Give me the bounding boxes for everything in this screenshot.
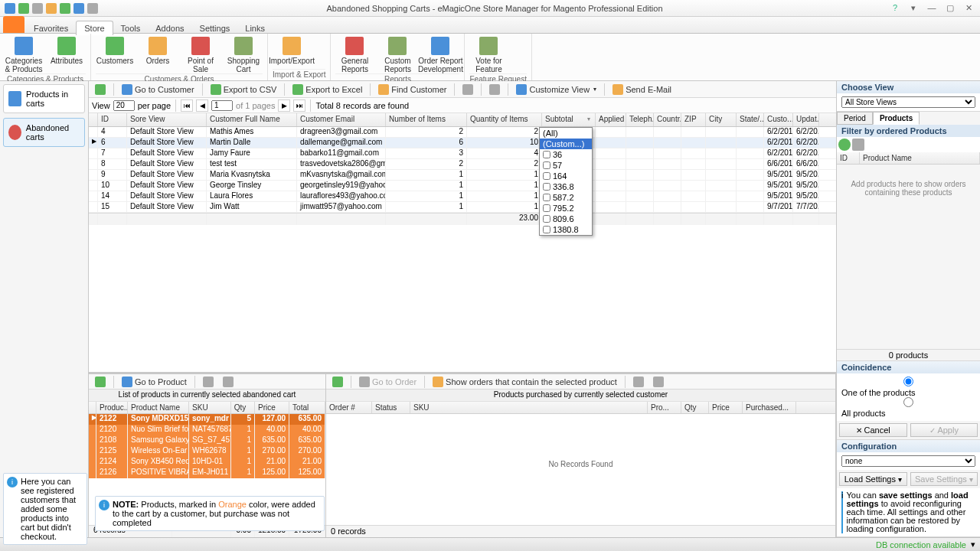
col-header[interactable]: Countr... [654, 113, 681, 126]
ribbon-categories-products[interactable]: Categories & Products [5, 35, 43, 73]
add-icon[interactable] [838, 139, 851, 151]
col-header[interactable]: Updat... [793, 113, 819, 126]
refresh-products-button[interactable] [92, 376, 109, 388]
ribbon-import-export[interactable]: Import/Export [273, 35, 311, 69]
col-header[interactable]: ID [98, 113, 127, 126]
table-row[interactable]: ▶2122Sony MDRXD150Bsony_mdr5127.00635.00 [89, 414, 325, 425]
tab-products[interactable]: Products [873, 112, 920, 125]
send-email-button[interactable]: Send E-Mail [609, 83, 675, 96]
col-header[interactable]: Sore View [127, 113, 207, 126]
table-row[interactable]: 10Default Store ViewGeorge Tinsleygeorge… [89, 181, 836, 191]
col-product-name[interactable]: Product Name [860, 152, 980, 164]
col-header[interactable]: Teleph... [626, 113, 654, 126]
col-header[interactable]: Customer Email [297, 113, 386, 126]
col-header[interactable]: Qty [231, 402, 255, 413]
first-page-button[interactable]: ⏮ [181, 99, 193, 112]
col-header[interactable]: Order # [326, 402, 372, 413]
col-header[interactable]: Status [372, 402, 410, 413]
show-orders-button[interactable]: Show orders that contain the selected pr… [430, 376, 620, 388]
filter-item[interactable]: 36 [540, 149, 592, 160]
ribbon-toggle-icon[interactable]: ▾ [905, 2, 922, 15]
next-page-button[interactable]: ▶ [278, 99, 290, 112]
col-header[interactable]: Produc... [96, 402, 128, 413]
table-row[interactable]: 7Default Store ViewJamy Faurebabarko11@g… [89, 148, 836, 159]
filter-icon[interactable]: ▾ [587, 116, 593, 122]
filter-item[interactable]: 809.6 [540, 214, 592, 224]
col-header[interactable]: Quantity of Items [467, 113, 542, 126]
refresh-button[interactable] [92, 83, 109, 96]
col-header[interactable]: Price [255, 402, 289, 413]
last-page-button[interactable]: ⏭ [293, 99, 305, 112]
maximize-button[interactable]: ▢ [942, 2, 959, 15]
col-header[interactable]: SKU [410, 402, 648, 413]
qat-icon[interactable] [18, 3, 29, 14]
table-row[interactable]: 4Default Store ViewMathis Amesdragreen3@… [89, 127, 836, 138]
table-row[interactable]: 2108Samsung Galaxy S7SG_S7_457851635.006… [89, 435, 325, 446]
page-input[interactable] [211, 100, 233, 111]
ribbon-point-of-sale[interactable]: Point of Sale [181, 35, 220, 73]
qat-icon[interactable] [46, 3, 57, 14]
ribbon-custom-reports[interactable]: Custom Reports [378, 35, 416, 73]
col-header[interactable]: Custo... [764, 113, 793, 126]
col-header[interactable]: Subtotal▾ [542, 113, 596, 126]
col-header[interactable]: Pro... [648, 402, 681, 413]
col-header[interactable]: State/... [737, 113, 764, 126]
col-header[interactable]: Number of Items [386, 113, 467, 126]
filter-item[interactable]: (Custom...) [540, 139, 592, 149]
table-row[interactable]: 2126POSITIVE VIBRATIO...EM-JH0111125.001… [89, 468, 325, 478]
close-button[interactable]: ✕ [960, 2, 977, 15]
table-row[interactable]: 2120Nuo Slim Brief for Ap...NAT457687991… [89, 425, 325, 435]
export-excel-button[interactable]: Export to Excel [289, 83, 365, 96]
minimize-button[interactable]: — [923, 2, 940, 15]
col-id[interactable]: ID [837, 152, 860, 164]
columns-button[interactable] [459, 83, 476, 96]
load-settings-button[interactable]: Load Settings ▾ [839, 472, 907, 486]
layout-button[interactable] [486, 83, 503, 96]
chevron-down-icon[interactable]: ▾ [971, 540, 975, 549]
table-row[interactable]: 9Default Store ViewMaria KvasnytskamKvas… [89, 170, 836, 181]
columns-button[interactable] [200, 376, 217, 388]
qat-icon[interactable] [5, 3, 15, 14]
col-header[interactable]: SKU [189, 402, 231, 413]
filter-item[interactable]: (All) [540, 128, 592, 139]
qat-icon[interactable] [74, 3, 84, 14]
find-customer-button[interactable]: Find Customer [375, 83, 449, 96]
columns-button[interactable] [630, 376, 647, 388]
tab-period[interactable]: Period [837, 112, 873, 125]
prev-page-button[interactable]: ◀ [196, 99, 208, 112]
col-header[interactable]: Total [289, 402, 325, 413]
store-view-select[interactable]: All Store Views [841, 96, 975, 108]
layout-button[interactable] [650, 376, 667, 388]
app-menu-button[interactable] [3, 16, 24, 33]
table-row[interactable]: 15Default Store ViewJim Wattjimwatt957@y… [89, 202, 836, 213]
help-icon[interactable]: ? [887, 2, 903, 15]
go-to-customer-button[interactable]: Go to Customer [119, 83, 198, 96]
qat-icon[interactable] [87, 3, 98, 14]
ribbon-vote-for-feature[interactable]: Vote for Feature [469, 35, 508, 73]
config-select[interactable]: none [841, 455, 975, 467]
cancel-button[interactable]: ✕ Cancel [839, 423, 907, 437]
col-header[interactable]: City [706, 113, 737, 126]
ribbon-attributes[interactable]: Attributes [47, 35, 86, 73]
table-row[interactable]: 2124Sony XB450 Red10HD-01121.0021.00 [89, 457, 325, 468]
table-row[interactable]: ▶6Default Store ViewMartin Dalledalleman… [89, 138, 836, 148]
ribbon-customers[interactable]: Customers [96, 35, 134, 73]
col-header[interactable]: Applied ... [596, 113, 626, 126]
filter-item[interactable]: 57 [540, 160, 592, 171]
layout-button[interactable] [220, 376, 237, 388]
table-row[interactable]: 2125Wireless On-Ear Hea...WH626781270.00… [89, 446, 325, 457]
table-row[interactable]: 8Default Store Viewtest testtrasvedovets… [89, 159, 836, 170]
subtotal-filter-dropdown[interactable]: (All)(Custom...)3657164336.8587.2795.280… [539, 127, 593, 236]
qat-icon[interactable] [60, 3, 70, 14]
opt-one-product[interactable]: One of the products [841, 379, 975, 397]
filter-item[interactable]: 336.8 [540, 181, 592, 192]
export-csv-button[interactable]: Export to CSV [207, 83, 280, 96]
col-header[interactable]: ZIP [681, 113, 706, 126]
filter-item[interactable]: 164 [540, 171, 592, 181]
ribbon-shopping-cart[interactable]: Shopping Cart [224, 35, 263, 73]
ribbon-general-reports[interactable]: General Reports [335, 35, 374, 73]
opt-all-products[interactable]: All products [841, 399, 975, 418]
col-header[interactable]: Purchased... [743, 402, 796, 413]
qat-icon[interactable] [32, 3, 43, 14]
col-header[interactable]: Product Name [128, 402, 189, 413]
